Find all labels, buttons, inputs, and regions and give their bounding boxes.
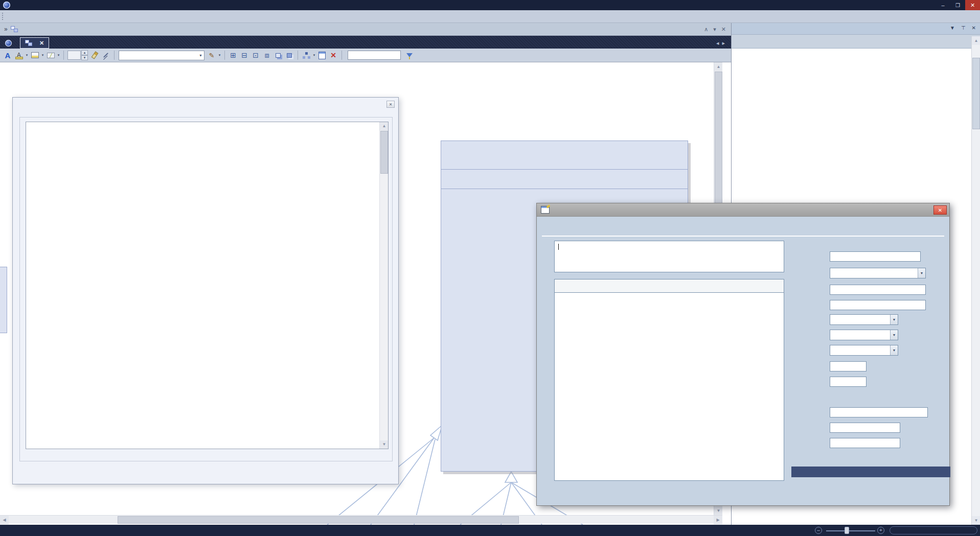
send-to-back-icon[interactable] — [284, 50, 295, 60]
make-same-size-icon[interactable] — [261, 50, 272, 60]
partial-class-element[interactable] — [0, 267, 7, 333]
alias-field[interactable] — [830, 285, 926, 295]
scroll-left-icon[interactable]: ◀ — [0, 516, 9, 524]
font-color-icon[interactable] — [13, 50, 25, 60]
class-properties-dialog: ✕ ▼ ▼ ▼ ▼ — [536, 203, 950, 506]
tab-start-page[interactable] — [0, 37, 20, 49]
line-width-stepper[interactable]: ▲▼ — [67, 50, 88, 60]
tree-vertical-scrollbar[interactable]: ▲ ▼ — [971, 36, 980, 525]
import-log-list[interactable]: ▲ ▼ — [26, 122, 389, 449]
chevron-down-icon[interactable]: ▼ — [197, 51, 204, 60]
keyboard-indicators — [890, 526, 977, 534]
pin-icon[interactable]: ⊤ — [961, 25, 966, 31]
format-painter-icon[interactable] — [89, 50, 100, 60]
chevron-down-icon[interactable]: ▼ — [918, 268, 925, 278]
complexity-combo[interactable]: ▼ — [830, 330, 898, 340]
minimize-icon — [941, 2, 944, 8]
dialog-title — [13, 98, 398, 113]
document-tab-bar: ✕ ◂▸ — [0, 36, 731, 49]
delete-icon[interactable] — [328, 50, 339, 60]
scroll-down-icon[interactable]: ▼ — [972, 516, 980, 525]
style-combo[interactable]: ▼ — [119, 51, 204, 60]
status-combo[interactable]: ▼ — [830, 268, 926, 278]
pane-menu-icon[interactable]: ▾ — [713, 26, 716, 33]
properties-dialog-icon — [541, 206, 550, 214]
scroll-up-icon[interactable]: ▲ — [714, 62, 722, 71]
ea-logo-icon — [5, 40, 12, 46]
close-dialog-button[interactable]: ✕ — [386, 101, 395, 108]
language-combo[interactable]: ▼ — [830, 345, 898, 356]
save-style-dropdown-icon[interactable]: ▾ — [217, 50, 222, 60]
scroll-down-icon[interactable]: ▼ — [380, 440, 389, 449]
diagram-caption-bar: » ∧ ▾ ✕ — [0, 23, 731, 36]
version-field[interactable] — [830, 361, 867, 371]
close-pane-icon[interactable]: ✕ — [972, 25, 976, 31]
close-tab-icon[interactable]: ✕ — [39, 40, 44, 46]
diagram-properties-icon[interactable] — [316, 50, 328, 60]
bring-to-front-icon[interactable] — [272, 50, 284, 60]
author-combo[interactable]: ▼ — [830, 314, 898, 325]
eyedropper-icon[interactable] — [100, 50, 111, 60]
notes-editor[interactable] — [554, 293, 784, 481]
package-field — [830, 407, 928, 417]
line-width-down-icon[interactable]: ▼ — [81, 55, 88, 60]
line-color-icon[interactable] — [45, 50, 56, 60]
save-style-icon[interactable] — [206, 50, 217, 60]
zoom-out-icon[interactable]: – — [815, 527, 822, 534]
tree-scroll-thumb[interactable] — [972, 58, 980, 129]
close-button[interactable] — [965, 0, 980, 10]
dialog-titlebar: ✕ — [537, 203, 949, 217]
close-icon — [970, 2, 975, 9]
class-operations — [441, 189, 688, 194]
phase-field[interactable] — [830, 377, 867, 387]
toolbar-grip-icon — [2, 13, 4, 20]
pane-menu-icon[interactable]: ▼ — [950, 25, 955, 31]
zoom-in-icon[interactable]: + — [877, 527, 884, 534]
font-icon[interactable] — [2, 50, 13, 60]
element-name-field[interactable] — [554, 241, 784, 272]
chevron-down-icon[interactable]: ▼ — [890, 330, 898, 340]
close-dialog-button[interactable]: ✕ — [933, 205, 947, 215]
zoom-slider-thumb[interactable] — [845, 527, 849, 534]
chevron-down-icon[interactable]: ▼ — [890, 315, 898, 324]
line-width-up-icon[interactable]: ▲ — [81, 50, 88, 55]
modified-field — [830, 438, 900, 448]
toolbar-overflow-icon[interactable]: » — [4, 26, 8, 33]
scroll-down-icon[interactable]: ▼ — [714, 506, 722, 515]
maximize-button[interactable] — [950, 0, 965, 10]
line-color-dropdown-icon[interactable]: ▾ — [56, 50, 61, 60]
space-evenly-icon[interactable] — [250, 50, 261, 60]
status-bar: – + — [0, 525, 980, 536]
hierarchy-dropdown-icon[interactable]: ▾ — [312, 50, 316, 60]
scroll-right-icon[interactable]: ▶ — [714, 516, 722, 524]
horizontal-scroll-thumb[interactable] — [118, 516, 519, 524]
log-scroll-thumb[interactable] — [380, 131, 388, 174]
chevron-down-icon[interactable]: ▼ — [890, 345, 898, 355]
zoom-slider[interactable]: – + — [815, 526, 886, 534]
minimize-button[interactable] — [936, 0, 950, 10]
align-edges-icon[interactable] — [239, 50, 250, 60]
project-browser-toolbar — [732, 35, 980, 49]
collapse-pane-icon[interactable]: ∧ — [704, 26, 708, 33]
dialog-bottom-tab-strip — [791, 467, 950, 477]
line-width-value[interactable] — [67, 51, 81, 60]
tab-profile-xerces[interactable]: ✕ — [20, 37, 49, 49]
fill-color-icon[interactable] — [29, 50, 40, 60]
quick-search-input[interactable] — [348, 51, 401, 60]
enterprise-architect-window: » ∧ ▾ ✕ ✕ ◂▸ ▾ ▾ ▾ ▲▼ — [0, 0, 980, 536]
filter-icon[interactable] — [404, 50, 415, 60]
log-vertical-scrollbar[interactable]: ▲ ▼ — [379, 122, 388, 449]
align-elements-icon[interactable] — [227, 50, 239, 60]
fill-color-dropdown-icon[interactable]: ▾ — [40, 50, 45, 60]
scroll-up-icon[interactable]: ▲ — [380, 122, 389, 130]
canvas-horizontal-scrollbar[interactable]: ◀ ▶ — [0, 515, 722, 524]
project-browser-caption[interactable]: ▼ ⊤ ✕ — [732, 23, 980, 35]
keywords-field[interactable] — [830, 300, 926, 310]
close-pane-icon[interactable]: ✕ — [721, 26, 726, 33]
window-titlebar — [0, 0, 980, 10]
stereotype-field[interactable] — [830, 251, 921, 262]
tab-scroll-arrows[interactable]: ◂▸ — [716, 40, 728, 46]
font-color-dropdown-icon[interactable]: ▾ — [25, 50, 29, 60]
set-hierarchy-icon[interactable] — [301, 50, 312, 60]
scroll-up-icon[interactable]: ▲ — [972, 36, 980, 45]
